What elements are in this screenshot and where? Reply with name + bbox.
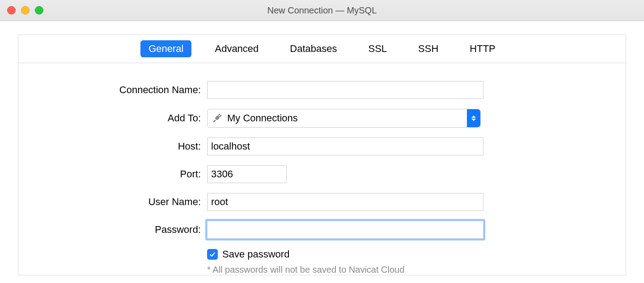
add-to-label: Add To: bbox=[18, 112, 207, 124]
save-password-checkbox[interactable]: Save password bbox=[207, 249, 289, 260]
add-to-select[interactable]: My Connections bbox=[207, 109, 481, 128]
password-input[interactable] bbox=[207, 221, 483, 239]
user-name-input[interactable] bbox=[207, 193, 483, 211]
host-label: Host: bbox=[18, 141, 207, 152]
tab-advanced[interactable]: Advanced bbox=[207, 40, 267, 57]
port-input[interactable] bbox=[207, 165, 287, 183]
general-form: Connection Name: Add To: My Connections bbox=[18, 63, 626, 275]
port-label: Port: bbox=[18, 168, 207, 180]
tab-bar: General Advanced Databases SSL SSH HTTP bbox=[18, 35, 626, 63]
checkbox-checked-icon bbox=[207, 249, 218, 260]
plug-icon bbox=[212, 113, 223, 124]
tab-ssh[interactable]: SSH bbox=[410, 40, 446, 57]
close-window-button[interactable] bbox=[7, 6, 16, 15]
user-name-label: User Name: bbox=[18, 196, 207, 208]
connection-panel: General Advanced Databases SSL SSH HTTP … bbox=[18, 34, 626, 275]
password-note: * All passwords will not be saved to Nav… bbox=[207, 265, 404, 275]
host-input[interactable] bbox=[207, 137, 483, 155]
save-password-label: Save password bbox=[222, 249, 289, 260]
connection-name-label: Connection Name: bbox=[18, 84, 207, 96]
add-to-value: My Connections bbox=[227, 112, 298, 124]
svg-rect-0 bbox=[215, 115, 220, 120]
password-label: Password: bbox=[18, 224, 207, 236]
tab-databases[interactable]: Databases bbox=[282, 40, 345, 57]
window-title: New Connection — MySQL bbox=[267, 5, 377, 16]
title-bar: New Connection — MySQL bbox=[0, 0, 644, 21]
minimize-window-button[interactable] bbox=[21, 6, 30, 15]
window-controls bbox=[7, 6, 43, 15]
tab-http[interactable]: HTTP bbox=[462, 40, 503, 57]
tab-ssl[interactable]: SSL bbox=[360, 40, 395, 57]
zoom-window-button[interactable] bbox=[35, 6, 43, 15]
tab-general[interactable]: General bbox=[140, 40, 191, 57]
connection-name-input[interactable] bbox=[207, 81, 483, 99]
dropdown-arrow-icon bbox=[467, 109, 480, 127]
